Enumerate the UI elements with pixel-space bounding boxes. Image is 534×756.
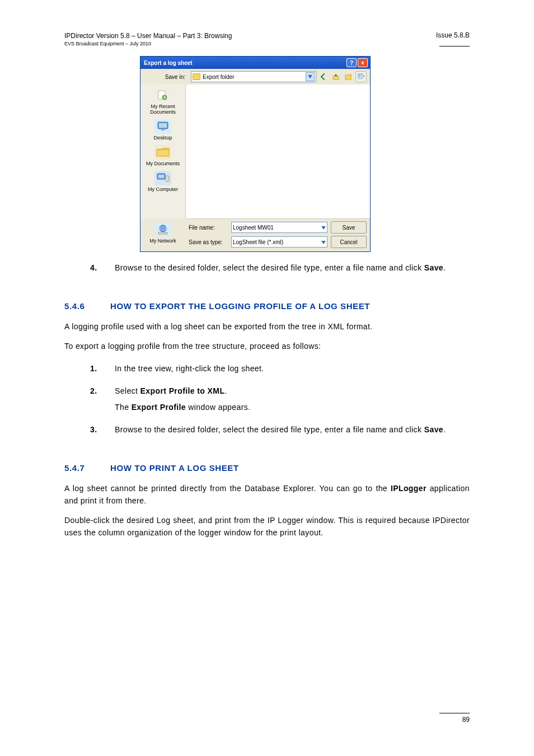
step-4: 4. Browse to the desired folder, select … — [115, 262, 470, 274]
svg-rect-6 — [359, 76, 360, 77]
svg-rect-5 — [360, 74, 362, 76]
header-title: IPDirector Version 5.8 – User Manual – P… — [64, 31, 232, 40]
back-icon[interactable] — [318, 72, 329, 82]
p4b: IPLogger — [391, 484, 427, 493]
savetype-value: LogSheet file (*.xml) — [233, 239, 283, 245]
step-2d: The — [115, 403, 132, 412]
svg-rect-7 — [360, 76, 362, 77]
desktop-icon — [154, 119, 171, 134]
para-profile-steps: To export a logging profile from the tre… — [64, 340, 470, 353]
place-documents-label: My Documents — [143, 161, 183, 166]
place-computer[interactable]: My Computer — [143, 171, 183, 192]
svg-rect-12 — [161, 129, 165, 130]
chevron-down-icon[interactable] — [306, 72, 315, 81]
step-2: 2. Select Export Profile to XML. — [115, 385, 470, 398]
step-2f: window appears. — [186, 403, 250, 412]
save-button[interactable]: Save — [331, 221, 367, 234]
section-title: HOW TO EXPORT THE LOGGING PROFILE OF A L… — [110, 301, 370, 311]
help-button[interactable]: ? — [346, 58, 357, 67]
svg-rect-15 — [166, 176, 169, 181]
new-folder-icon[interactable] — [343, 72, 353, 82]
section-547: 5.4.7 HOW TO PRINT A LOG SHEET — [64, 463, 470, 473]
svg-rect-11 — [159, 123, 167, 128]
place-network-label: My Network — [149, 238, 176, 244]
section-title: HOW TO PRINT A LOG SHEET — [110, 463, 239, 473]
svg-point-2 — [349, 74, 352, 76]
up-one-level-icon[interactable] — [331, 72, 341, 82]
step-1: 1. In the tree view, right-click the log… — [115, 363, 470, 375]
savein-value: Export folder — [203, 74, 235, 80]
step-number: 4. — [90, 262, 97, 274]
svg-point-16 — [160, 225, 166, 232]
step-4-save: Save — [424, 263, 443, 272]
svg-rect-18 — [158, 232, 167, 234]
close-button[interactable]: × — [358, 58, 368, 67]
filename-field[interactable]: Logsheet MW01 — [231, 222, 327, 233]
svg-rect-4 — [359, 74, 360, 76]
para-profile-intro: A logging profile used with a log sheet … — [64, 321, 470, 333]
documents-icon — [154, 145, 171, 160]
step-3: 3. Browse to the desired folder, select … — [115, 424, 470, 436]
step-3b: Save — [424, 425, 443, 434]
place-desktop[interactable]: Desktop — [143, 119, 183, 141]
step-number: 1. — [90, 363, 97, 375]
place-documents[interactable]: My Documents — [143, 145, 183, 166]
views-menu-icon[interactable] — [355, 71, 367, 82]
step-4-text-a: Browse to the desired folder, select the… — [115, 263, 424, 272]
step-1-text: In the tree view, right-click the log sh… — [115, 364, 264, 373]
cancel-button[interactable]: Cancel — [331, 236, 367, 248]
filename-label: File name: — [189, 225, 228, 231]
dialog-toolbar: Save in: Export folder — [140, 69, 370, 85]
svg-rect-14 — [158, 175, 164, 178]
section-number: 5.4.7 — [64, 463, 102, 473]
p4a: A log sheet cannot be printed directly f… — [64, 484, 391, 493]
page-number: 89 — [462, 716, 470, 724]
chevron-down-icon[interactable] — [321, 239, 326, 245]
footer-rule — [439, 713, 470, 713]
savein-combo[interactable]: Export folder — [191, 71, 316, 82]
place-recent[interactable]: My Recent Documents — [143, 88, 183, 115]
place-recent-label: My Recent Documents — [143, 104, 183, 115]
place-desktop-label: Desktop — [143, 135, 183, 141]
step-2a: Select — [115, 386, 140, 395]
recent-documents-icon — [154, 88, 171, 102]
step-3c: . — [443, 425, 446, 434]
computer-icon — [154, 171, 171, 185]
header-sub: EVS Broadcast Equipment – July 2010 — [64, 40, 232, 47]
header-rule — [439, 46, 470, 46]
para-print-1: A log sheet cannot be printed directly f… — [64, 483, 470, 507]
section-number: 5.4.6 — [64, 301, 102, 311]
savetype-label: Save as type: — [189, 239, 228, 245]
step-2-sub: The Export Profile window appears. — [115, 402, 470, 414]
step-2e: Export Profile — [132, 403, 186, 412]
step-2c: . — [224, 386, 227, 395]
chevron-down-icon[interactable] — [321, 225, 326, 231]
step-4-text-c: . — [443, 263, 446, 272]
network-icon — [154, 222, 171, 237]
places-bar: My Recent Documents Desktop My Documents… — [140, 85, 186, 219]
header-left: IPDirector Version 5.8 – User Manual – P… — [64, 31, 232, 47]
step-number: 2. — [90, 385, 97, 398]
step-3a: Browse to the desired folder, select the… — [115, 425, 424, 434]
savetype-field[interactable]: LogSheet file (*.xml) — [231, 236, 327, 248]
dialog-title: Export a log sheet — [144, 60, 345, 66]
filename-value: Logsheet MW01 — [233, 225, 274, 231]
file-list-area[interactable] — [186, 85, 370, 219]
dialog-titlebar: Export a log sheet ? × — [140, 57, 370, 69]
place-network[interactable]: My Network — [140, 221, 185, 248]
export-logsheet-dialog: Export a log sheet ? × Save in: Export f… — [140, 56, 371, 252]
para-print-2: Double-click the desired Log sheet, and … — [64, 515, 470, 539]
step-2b: Export Profile to XML — [140, 386, 225, 395]
folder-icon — [193, 73, 200, 80]
place-computer-label: My Computer — [143, 186, 183, 192]
section-546: 5.4.6 HOW TO EXPORT THE LOGGING PROFILE … — [64, 301, 470, 311]
header-issue: Issue 5.8.B — [436, 31, 470, 39]
svg-rect-0 — [333, 76, 339, 80]
savein-label: Save in: — [144, 74, 189, 80]
step-number: 3. — [90, 424, 97, 436]
